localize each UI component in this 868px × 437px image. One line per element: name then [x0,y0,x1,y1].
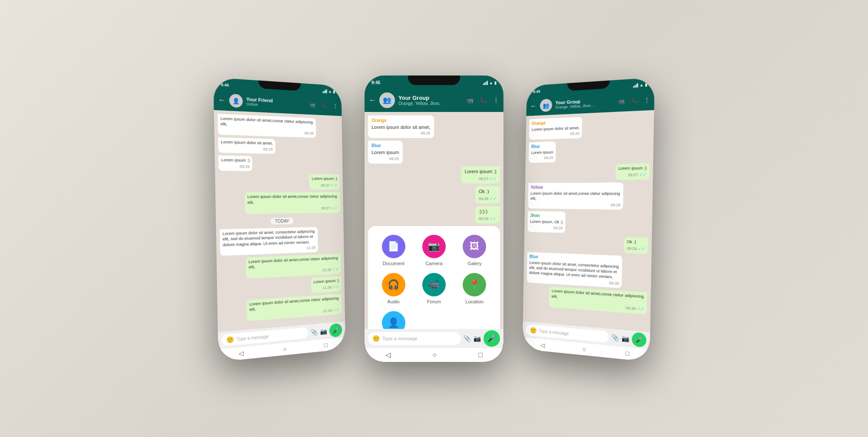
msg-row: Lorem ipsum dolor sit amet,conse ctetur … [526,285,647,314]
msg-row: Lorem ipsum :) 09:27 ✓✓ [368,166,500,184]
sender-name: Blue [372,143,399,148]
attach-item-document[interactable]: 📄 Document [377,235,410,266]
attach-icon-right[interactable]: 📎 [612,334,619,342]
chat-body-center: Orange Lorem ipsum dolor sit amet, 09:25… [365,112,503,329]
attach-item-gallery[interactable]: 🖼 Galery [458,235,491,266]
nav-home-left[interactable]: ○ [283,345,287,353]
battery-icon-right: ▮ [645,82,647,87]
input-field-center[interactable]: 🙂 Type a message [368,332,461,345]
header-icons-left: 📹 📞 ⋮ [309,102,338,109]
status-icons-right: ▲ ▮ [633,82,647,88]
bubble: Orange Lorem ipsum dolor sit amet, 09:25 [529,117,582,140]
msg-row: Orange Lorem ipsum dolor sit amet, 09:25 [529,114,651,140]
nav-home-right[interactable]: ○ [582,345,586,353]
msg-row: Blue Lorem ipsum dolor sit amet, consect… [527,252,648,289]
bubble-time: 09:27 ✓✓ [247,205,338,212]
video-icon-center[interactable]: 📹 [466,97,473,104]
video-icon-right[interactable]: 📹 [618,98,625,105]
emoji-icon-left[interactable]: 🙂 [226,335,234,343]
input-placeholder-left: Type a message [237,334,269,342]
bubble-time: 11:26 ✓✓ [249,266,339,276]
nav-back-right[interactable]: ◁ [540,342,545,349]
bubble: Lorem ipsum dolor sit amet, consectetur … [220,227,318,255]
attach-item-camera[interactable]: 📷 Camera [417,235,450,266]
nav-back-center[interactable]: ◁ [385,351,391,359]
more-icon-center[interactable]: ⋮ [493,97,499,104]
gallery-label: Galery [467,261,481,266]
header-icons-right: 📹 📞 ⋮ [618,96,650,104]
bubble: Lorem ipsum dolor sit amet,conse ctetur … [245,192,340,214]
mic-btn-right[interactable]: 🎤 [632,332,647,348]
attach-item-forum[interactable]: 📹 Forum [417,273,450,304]
msg-row: Lorem ipsum :) 09:27 ✓✓ [219,174,340,190]
attach-icon-left[interactable]: 📎 [311,328,318,335]
right-phone: 9:45 ▲ ▮ ← 👥 Your Group Orange, Yellow, … [523,77,655,361]
bubble-time: 09:25 [221,164,250,169]
msg-row: Ok :) 09:29 ✓✓ [527,234,648,253]
phone-icon-left[interactable]: 📞 [321,102,327,108]
avatar-right: 👥 [540,99,552,112]
nav-back-left[interactable]: ◁ [239,349,244,357]
back-arrow-left[interactable]: ← [218,96,226,103]
emoji-icon-center[interactable]: 🙂 [372,335,380,342]
cam-icon-left[interactable]: 📷 [320,328,327,335]
nav-square-left[interactable]: □ [324,342,328,348]
bubble: Jhon Lorem ipsum, Ok :) 09:29 [528,211,566,233]
attach-panel: 📄 Document 📷 Camera 🖼 Galery 🎧 Audio 📹 [368,226,500,329]
sender-name: Orange [372,118,431,123]
bubble-time: 09:25 [372,157,399,162]
bubble-time: 09:27 ✓✓ [618,171,647,178]
forum-icon-circle: 📹 [422,273,446,296]
msg-row: Jhon Lorem ipsum, Ok :) 09:29 [528,211,649,235]
bubble: :):):) 09:29 ✓✓ [475,206,500,223]
status-icons-left: ▲ ▮ [322,89,335,93]
audio-label: Audio [388,299,400,304]
attach-icon-center[interactable]: 📎 [464,335,471,342]
bubble-time: 09:29 ✓✓ [479,216,496,222]
cam-icon-center[interactable]: 📷 [473,335,481,342]
header-info-left: Your Friend Online [246,96,306,109]
bubble-time: 09:29 ✓✓ [627,245,645,252]
attach-item-location[interactable]: 📍 Location [458,273,491,304]
phone-icon-right[interactable]: 📞 [631,97,638,104]
wifi-icon-right: ▲ [639,82,644,87]
phone-icon-center[interactable]: 📞 [480,97,487,104]
attach-item-contact[interactable]: 👤 Contact [377,311,410,329]
bubble: Lorem ipsum :) 09:25 [218,155,253,171]
bubble-time: 09:25 [221,146,273,152]
emoji-icon-right[interactable]: 🙂 [530,326,537,334]
nav-square-center[interactable]: □ [478,351,483,359]
left-phone: 9:45 ▲ ▮ ← 👤 Your Friend Online 📹 📞 ⋮ [214,77,346,361]
msg-row: Blue Lorem ipsum 09:25 [368,141,500,164]
cam-icon-right[interactable]: 📷 [621,335,629,342]
chat-input-bar-center: 🙂 Type a message 📎 📷 🎤 [365,329,503,348]
nav-home-center[interactable]: ○ [432,351,437,359]
center-phone: 9:45 ▲ ▮ ← 👥 Your Group Orange, Yellow, … [365,76,503,362]
mic-btn-center[interactable]: 🎤 [483,330,500,347]
back-arrow-right[interactable]: ← [530,102,537,109]
wifi-icon: ▲ [328,89,332,93]
input-placeholder-right: Type a message [539,329,569,336]
video-icon-left[interactable]: 📹 [309,102,316,108]
chat-header-center: ← 👥 Your Group Orange, Yellow, Jhon, 📹 📞… [365,89,503,112]
mic-btn-left[interactable]: 🎤 [329,323,342,338]
chat-body-left: Lorem ipsum dolor sit amet,conse ctetur … [214,110,345,332]
bubble-time: 11:26 ✓✓ [250,306,339,319]
msg-row: Lorem ipsum :) 09:25 [218,155,339,172]
msg-row: Lorem ipsum dolor sit amet, consectetur … [220,226,341,255]
more-icon-left[interactable]: ⋮ [333,103,338,109]
more-icon-right[interactable]: ⋮ [644,96,650,103]
sender-name: Blue [529,253,620,263]
bubble-time: 09:27 ✓✓ [312,182,337,188]
status-time-left: 9:45 [221,82,229,88]
bubble-time: 11:25 [223,245,316,254]
avatar-left: 👤 [229,94,243,108]
nav-square-right[interactable]: □ [625,349,629,357]
bubble: Blue Lorem ipsum dolor sit amet, consect… [527,252,622,288]
bubble: Ok :) 09:28 ✓✓ [475,186,500,204]
location-icon-circle: 📍 [463,273,486,296]
back-arrow-center[interactable]: ← [369,97,376,104]
attach-item-audio[interactable]: 🎧 Audio [377,273,410,304]
msg-row: Lorem ipsum dolor sit amet, 09:25 [218,137,339,155]
msg-row: Yellow Lorem ipsum dolor sit amet,conse … [528,182,649,210]
